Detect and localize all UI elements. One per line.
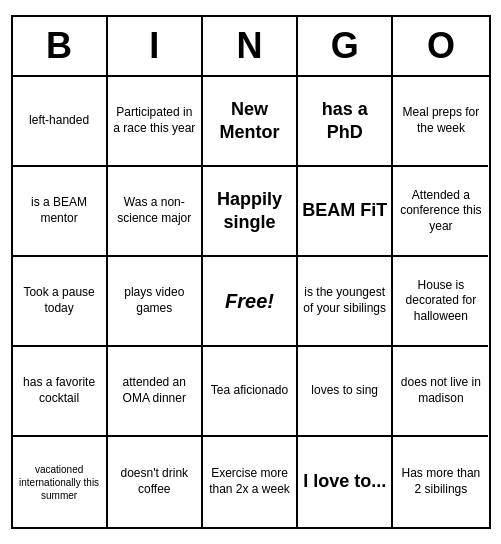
- header-g: G: [298, 17, 393, 75]
- bingo-cell-18[interactable]: loves to sing: [298, 347, 393, 437]
- bingo-cell-24[interactable]: Has more than 2 sibilings: [393, 437, 488, 527]
- bingo-cell-15[interactable]: has a favorite cocktail: [13, 347, 108, 437]
- header-b: B: [13, 17, 108, 75]
- bingo-cell-11[interactable]: plays video games: [108, 257, 203, 347]
- bingo-cell-5[interactable]: is a BEAM mentor: [13, 167, 108, 257]
- bingo-cell-19[interactable]: does not live in madison: [393, 347, 488, 437]
- bingo-cell-0[interactable]: left-handed: [13, 77, 108, 167]
- bingo-cell-10[interactable]: Took a pause today: [13, 257, 108, 347]
- bingo-cell-23[interactable]: I love to...: [298, 437, 393, 527]
- header-o: O: [393, 17, 488, 75]
- bingo-cell-6[interactable]: Was a non-science major: [108, 167, 203, 257]
- bingo-cell-17[interactable]: Tea aficionado: [203, 347, 298, 437]
- bingo-cell-16[interactable]: attended an OMA dinner: [108, 347, 203, 437]
- bingo-grid: left-handedParticipated in a race this y…: [13, 77, 489, 527]
- bingo-cell-7[interactable]: Happily single: [203, 167, 298, 257]
- header-i: I: [108, 17, 203, 75]
- bingo-header: B I N G O: [13, 17, 489, 77]
- bingo-cell-20[interactable]: vacationed internationally this summer: [13, 437, 108, 527]
- bingo-cell-21[interactable]: doesn't drink coffee: [108, 437, 203, 527]
- bingo-card: B I N G O left-handedParticipated in a r…: [11, 15, 491, 529]
- bingo-cell-3[interactable]: has a PhD: [298, 77, 393, 167]
- bingo-cell-2[interactable]: New Mentor: [203, 77, 298, 167]
- bingo-cell-1[interactable]: Participated in a race this year: [108, 77, 203, 167]
- header-n: N: [203, 17, 298, 75]
- bingo-cell-22[interactable]: Exercise more than 2x a week: [203, 437, 298, 527]
- bingo-cell-12[interactable]: Free!: [203, 257, 298, 347]
- bingo-cell-8[interactable]: BEAM FiT: [298, 167, 393, 257]
- bingo-cell-14[interactable]: House is decorated for halloween: [393, 257, 488, 347]
- bingo-cell-9[interactable]: Attended a conference this year: [393, 167, 488, 257]
- bingo-cell-13[interactable]: is the youngest of your sibilings: [298, 257, 393, 347]
- bingo-cell-4[interactable]: Meal preps for the week: [393, 77, 488, 167]
